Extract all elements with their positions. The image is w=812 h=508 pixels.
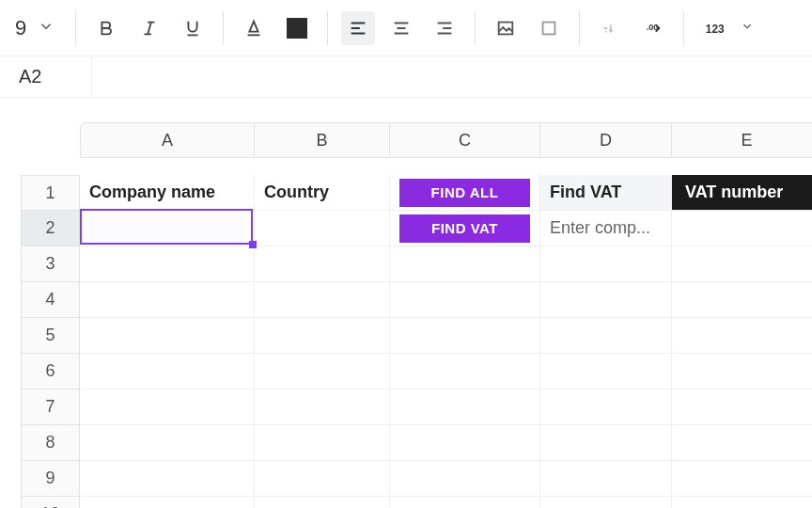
toolbar: 9 .00 123 [0,0,812,56]
cell-D2[interactable]: Enter comp... [540,211,672,246]
cell[interactable] [390,354,540,389]
cell[interactable] [390,246,540,282]
name-formula-row: A2 [0,56,812,98]
font-size-selector[interactable]: 9 [8,16,62,40]
column-headers: A B C D E [80,122,812,158]
svg-rect-1 [499,22,513,34]
table-row: FIND VAT Enter comp... [80,211,812,246]
cell[interactable] [255,461,390,497]
svg-point-3 [605,30,607,32]
increase-decimal-button[interactable] [593,11,627,45]
row-header-7[interactable]: 7 [21,389,80,425]
image-button[interactable] [489,11,523,45]
cell-B1[interactable]: Country [255,175,390,211]
cell[interactable] [540,318,672,354]
cell[interactable] [80,354,255,389]
name-box[interactable]: A2 [0,56,92,97]
cell[interactable] [672,425,812,461]
cell[interactable] [540,425,672,461]
cell[interactable] [672,282,812,318]
cell-A1[interactable]: Company name [80,175,255,211]
cell[interactable] [540,354,672,389]
table-row [80,497,812,508]
row-header-6[interactable]: 6 [21,354,80,389]
col-header-D[interactable]: D [540,122,672,158]
font-size-value: 9 [15,16,26,40]
font-color-button[interactable] [237,11,271,45]
cells-area: Company name Country FIND ALL Find VAT V… [80,175,812,508]
divider [683,11,684,45]
cell[interactable] [80,282,255,318]
cell[interactable] [540,389,672,425]
fill-color-button[interactable] [280,11,314,45]
cell[interactable] [255,389,390,425]
bold-button[interactable] [89,11,123,45]
cell-C1[interactable]: FIND ALL [390,175,540,211]
svg-text:123: 123 [706,22,725,35]
row-header-5[interactable]: 5 [21,318,80,354]
row-header-1[interactable]: 1 [21,175,80,211]
cell[interactable] [672,354,812,389]
cell[interactable] [255,318,390,354]
align-left-button[interactable] [341,11,375,45]
cell-E2[interactable] [672,211,812,246]
cell[interactable] [672,389,812,425]
cell[interactable] [672,246,812,282]
cell[interactable] [540,282,672,318]
table-row [80,354,812,389]
selection-handle[interactable] [249,241,257,248]
col-header-A[interactable]: A [80,122,255,158]
number-format-button[interactable]: 123 [697,11,731,45]
cell[interactable] [255,354,390,389]
table-row [80,282,812,318]
find-vat-button[interactable]: FIND VAT [399,214,530,243]
cell[interactable] [540,497,672,508]
row-header-4[interactable]: 4 [21,282,80,318]
cell[interactable] [255,246,390,282]
cell-B2[interactable] [255,211,390,246]
row-header-9[interactable]: 9 [21,461,80,497]
cell[interactable] [672,318,812,354]
divider [579,11,580,45]
cell[interactable] [540,246,672,282]
cell[interactable] [390,318,540,354]
row-header-2[interactable]: 2 [21,211,80,246]
cell[interactable] [672,497,812,508]
decrease-decimal-button[interactable]: .00 [636,11,670,45]
table-row: Company name Country FIND ALL Find VAT V… [80,175,812,211]
cell[interactable] [255,497,390,508]
cell[interactable] [390,425,540,461]
cell[interactable] [390,461,540,497]
cell[interactable] [255,425,390,461]
cell-A2[interactable] [80,211,255,246]
cell[interactable] [540,461,672,497]
underline-button[interactable] [176,11,210,45]
row-header-8[interactable]: 8 [21,425,80,461]
italic-button[interactable] [133,11,166,45]
cell[interactable] [80,461,255,497]
cell[interactable] [672,461,812,497]
cell-E1[interactable]: VAT number [672,175,812,211]
cell[interactable] [80,497,255,508]
spreadsheet-grid: A B C D E 1 2 3 4 5 6 7 8 9 10 Company n… [0,98,812,508]
cell[interactable] [390,497,540,508]
cell[interactable] [80,425,255,461]
table-row [80,318,812,354]
cell-C2[interactable]: FIND VAT [390,211,540,246]
align-center-button[interactable] [384,11,418,45]
cell[interactable] [390,282,540,318]
col-header-E[interactable]: E [672,122,812,158]
cell[interactable] [80,246,255,282]
cell[interactable] [390,389,540,425]
cell-D1[interactable]: Find VAT [540,175,672,211]
col-header-B[interactable]: B [255,122,390,158]
row-header-10[interactable]: 10 [21,497,80,508]
align-right-button[interactable] [428,11,461,45]
cell[interactable] [80,389,255,425]
col-header-C[interactable]: C [390,122,540,158]
find-all-button[interactable]: FIND ALL [399,179,530,207]
border-button[interactable] [532,11,566,45]
cell[interactable] [255,282,390,318]
row-header-3[interactable]: 3 [21,246,80,282]
cell[interactable] [80,318,255,354]
